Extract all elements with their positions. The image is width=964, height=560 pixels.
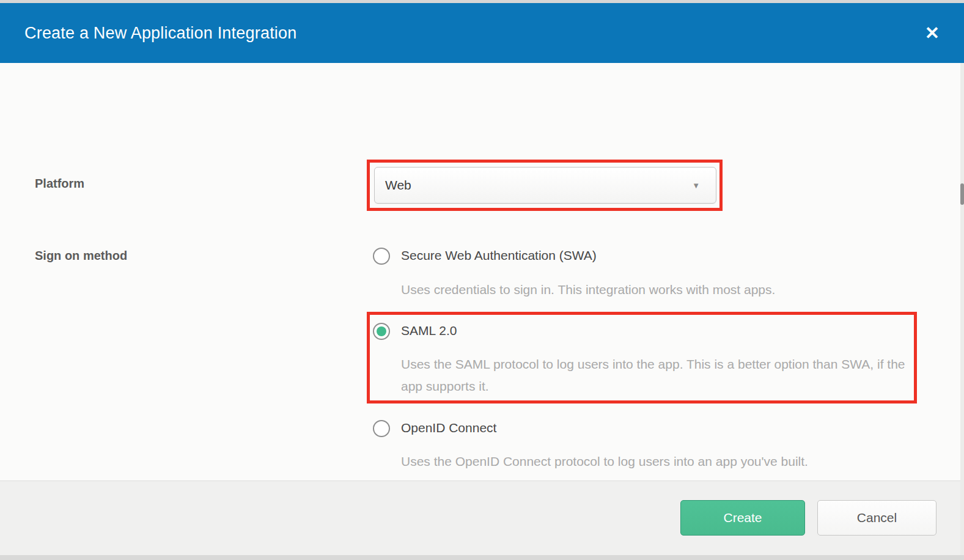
radio-openid[interactable] [373, 420, 390, 437]
radio-saml-label[interactable]: SAML 2.0 [401, 323, 457, 338]
radio-swa-label[interactable]: Secure Web Authentication (SWA) [401, 248, 597, 263]
modal-body: Platform Web ▼ Sign on method Secure Web… [0, 63, 964, 481]
radio-swa[interactable] [373, 248, 390, 265]
radio-openid-description: Uses the OpenID Connect protocol to log … [401, 451, 911, 473]
modal-header: Create a New Application Integration ✕ [0, 3, 964, 63]
radio-saml[interactable] [373, 323, 390, 340]
radio-dot-selected [377, 326, 386, 336]
scrollbar-track[interactable] [960, 63, 964, 555]
radio-swa-description: Uses credentials to sign in. This integr… [401, 279, 911, 301]
create-button[interactable]: Create [680, 500, 805, 536]
platform-dropdown-value: Web [385, 178, 411, 193]
create-app-integration-modal: Create a New Application Integration ✕ P… [0, 0, 964, 560]
close-icon[interactable]: ✕ [922, 22, 942, 45]
platform-dropdown[interactable]: Web ▼ [374, 167, 716, 204]
chevron-down-icon: ▼ [692, 181, 700, 190]
platform-label: Platform [35, 177, 84, 191]
radio-openid-label[interactable]: OpenID Connect [401, 421, 496, 435]
radio-saml-description: Uses the SAML protocol to log users into… [401, 353, 911, 397]
scrollbar-thumb[interactable] [960, 183, 964, 205]
modal-footer: Create Cancel [0, 481, 964, 555]
cancel-button[interactable]: Cancel [817, 500, 936, 536]
bottom-edge-strip [0, 555, 964, 560]
modal-title: Create a New Application Integration [24, 24, 296, 43]
sign-on-method-label: Sign on method [35, 249, 127, 263]
